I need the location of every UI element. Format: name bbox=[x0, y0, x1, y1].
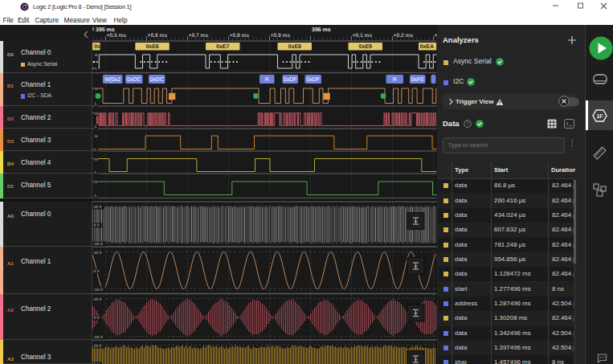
svg-text:?: ? bbox=[466, 121, 469, 127]
svg-text:L: L bbox=[95, 170, 97, 175]
svg-text:0xE7: 0xE7 bbox=[216, 44, 229, 50]
svg-text:10 V: 10 V bbox=[94, 297, 103, 302]
svg-text:H: H bbox=[95, 53, 98, 58]
svg-text:0xE9: 0xE9 bbox=[359, 44, 372, 50]
svg-text:+0.5 ms: +0.5 ms bbox=[107, 33, 127, 39]
svg-text:0xDF: 0xDF bbox=[284, 77, 297, 83]
svg-text:396 ms: 396 ms bbox=[312, 27, 331, 33]
svg-text:R: R bbox=[393, 77, 397, 83]
svg-text:H: H bbox=[95, 180, 98, 185]
svg-text:0xDC: 0xDC bbox=[127, 77, 141, 83]
svg-text:W[0x2: W[0x2 bbox=[104, 76, 121, 83]
svg-text:10 V: 10 V bbox=[94, 344, 103, 349]
svg-text:0xEA: 0xEA bbox=[419, 44, 434, 50]
svg-text:L: L bbox=[95, 194, 97, 198]
svg-text:10 V: 10 V bbox=[94, 251, 103, 256]
svg-text:+0.2 ms: +0.2 ms bbox=[394, 33, 414, 39]
svg-text:H: H bbox=[95, 157, 98, 162]
svg-text:H: H bbox=[95, 112, 98, 117]
svg-text:10 V: 10 V bbox=[94, 205, 103, 210]
svg-text:395 ms: 395 ms bbox=[96, 27, 115, 33]
svg-text:+0.9 ms: +0.9 ms bbox=[271, 33, 291, 39]
svg-text:0 V: 0 V bbox=[94, 223, 100, 228]
svg-text:0xE6: 0xE6 bbox=[145, 44, 158, 50]
svg-text:-10 V: -10 V bbox=[94, 335, 104, 340]
svg-text:0xDF: 0xDF bbox=[306, 77, 320, 83]
svg-text:0xE8: 0xE8 bbox=[288, 44, 301, 50]
svg-text:L: L bbox=[95, 102, 97, 107]
svg-text:L: L bbox=[95, 148, 97, 153]
svg-text:-10 V: -10 V bbox=[94, 242, 104, 247]
svg-text:+0.8 ms: +0.8 ms bbox=[230, 33, 250, 39]
svg-text:+0.1 ms: +0.1 ms bbox=[353, 33, 373, 39]
svg-text:+0.7 ms: +0.7 ms bbox=[189, 33, 209, 39]
svg-text:0 V: 0 V bbox=[94, 269, 100, 274]
svg-text:0x: 0x bbox=[94, 44, 100, 50]
svg-text:0 V: 0 V bbox=[94, 316, 100, 321]
svg-text:0xFE: 0xFE bbox=[411, 77, 425, 83]
svg-text:L: L bbox=[95, 125, 97, 129]
svg-text:H: H bbox=[95, 134, 98, 139]
svg-text:+0.6 ms: +0.6 ms bbox=[148, 33, 168, 39]
svg-text:-10 V: -10 V bbox=[94, 288, 104, 292]
svg-text:H: H bbox=[95, 87, 98, 92]
svg-text:R: R bbox=[265, 77, 269, 83]
svg-text:L: L bbox=[95, 67, 97, 72]
svg-text:0xDC: 0xDC bbox=[149, 77, 164, 83]
svg-text:1F: 1F bbox=[596, 114, 603, 120]
